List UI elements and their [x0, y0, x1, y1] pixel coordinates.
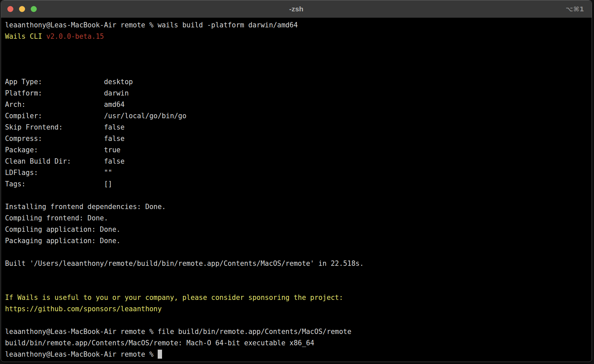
- terminal-line: build/bin/remote.app/Contents/MacOS/remo…: [5, 337, 588, 349]
- terminal-text-span: v2.0.0-beta.15: [46, 32, 104, 40]
- minimize-button[interactable]: [19, 6, 25, 12]
- terminal-window: -zsh ⌥⌘1 leaanthony@Leas-MacBook-Air rem…: [1, 0, 592, 362]
- traffic-lights: [7, 0, 37, 18]
- terminal-line: If Wails is useful to you or your compan…: [5, 292, 588, 303]
- text-cursor: [158, 350, 162, 359]
- window-shortcut-badge: ⌥⌘1: [566, 0, 584, 18]
- terminal-text-span: leaanthony@Leas-MacBook-Air remote % wai…: [5, 21, 298, 29]
- terminal-line: LDFlags: "": [5, 167, 588, 178]
- terminal-text-span: Wails CLI: [5, 32, 46, 40]
- terminal-text-span: Package: true: [5, 146, 121, 154]
- terminal-text-span: If Wails is useful to you or your compan…: [5, 294, 343, 302]
- terminal-line: leaanthony@Leas-MacBook-Air remote % wai…: [5, 19, 588, 31]
- terminal-output[interactable]: leaanthony@Leas-MacBook-Air remote % wai…: [1, 18, 592, 360]
- terminal-line: [5, 246, 588, 258]
- close-button[interactable]: [7, 6, 13, 12]
- terminal-text-span: App Type: desktop: [5, 78, 133, 86]
- terminal-text-span: Compiling frontend: Done.: [5, 214, 108, 222]
- terminal-text-span: leaanthony@Leas-MacBook-Air remote %: [5, 350, 158, 358]
- terminal-line: Wails CLI v2.0.0-beta.15: [5, 31, 588, 42]
- window-titlebar[interactable]: -zsh ⌥⌘1: [1, 0, 592, 18]
- terminal-text-span: Compiler: /usr/local/go/bin/go: [5, 112, 186, 120]
- terminal-line: Arch: amd64: [5, 99, 588, 110]
- terminal-text-span: build/bin/remote.app/Contents/MacOS/remo…: [5, 339, 314, 347]
- terminal-text-span: Compiling application: Done.: [5, 225, 121, 233]
- terminal-text-span: https://github.com/sponsors/leaanthony: [5, 305, 162, 313]
- terminal-line: Packaging application: Done.: [5, 235, 588, 246]
- terminal-line: Tags: []: [5, 178, 588, 190]
- terminal-line: [5, 53, 588, 65]
- terminal-text-span: Installing frontend dependencies: Done.: [5, 203, 166, 211]
- terminal-line: Compiler: /usr/local/go/bin/go: [5, 110, 588, 122]
- terminal-text-span: Tags: []: [5, 180, 112, 188]
- terminal-text-span: Platform: darwin: [5, 89, 129, 97]
- terminal-line: [5, 281, 588, 292]
- terminal-line: Compiling frontend: Done.: [5, 212, 588, 224]
- terminal-line: [5, 65, 588, 76]
- terminal-line: [5, 190, 588, 201]
- terminal-line: leaanthony@Leas-MacBook-Air remote % fil…: [5, 326, 588, 337]
- zoom-button[interactable]: [31, 6, 37, 12]
- terminal-line: Compress: false: [5, 133, 588, 144]
- terminal-text-span: Built '/Users/leaanthony/remote/build/bi…: [5, 259, 364, 267]
- terminal-line: Compiling application: Done.: [5, 224, 588, 235]
- terminal-line: [5, 42, 588, 53]
- terminal-text-span: Compress: false: [5, 135, 125, 143]
- terminal-line: leaanthony@Leas-MacBook-Air remote %: [5, 349, 588, 360]
- terminal-line: Package: true: [5, 144, 588, 156]
- terminal-line: Built '/Users/leaanthony/remote/build/bi…: [5, 258, 588, 269]
- terminal-line: Platform: darwin: [5, 87, 588, 99]
- terminal-text-span: LDFlags: "": [5, 169, 112, 177]
- terminal-line: [5, 269, 588, 281]
- terminal-line: [5, 315, 588, 326]
- terminal-text-span: Packaging application: Done.: [5, 237, 121, 245]
- terminal-line: Clean Build Dir: false: [5, 156, 588, 167]
- terminal-text-span: Clean Build Dir: false: [5, 157, 125, 165]
- terminal-line: App Type: desktop: [5, 76, 588, 87]
- window-title: -zsh: [1, 5, 592, 13]
- terminal-text-span: Arch: amd64: [5, 101, 125, 109]
- terminal-text-span: Skip Frontend: false: [5, 123, 125, 131]
- terminal-line: Installing frontend dependencies: Done.: [5, 201, 588, 212]
- terminal-line: https://github.com/sponsors/leaanthony: [5, 303, 588, 315]
- terminal-line: Skip Frontend: false: [5, 122, 588, 133]
- terminal-text-span: leaanthony@Leas-MacBook-Air remote % fil…: [5, 328, 351, 336]
